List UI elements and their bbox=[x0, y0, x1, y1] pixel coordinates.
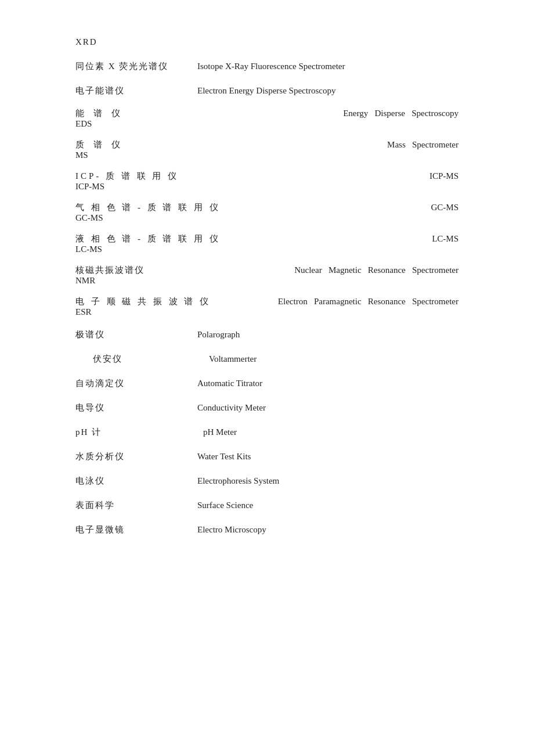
en-label: GC-MS bbox=[221, 203, 459, 213]
cn-label: 同位素 X 荧光光谱仪 bbox=[75, 59, 197, 73]
en-label: Conductivity Meter bbox=[197, 401, 459, 415]
en-label: Water Test Kits bbox=[197, 449, 459, 463]
cn-label: 气 相 色 谱 - 质 谱 联 用 仪 bbox=[75, 202, 221, 213]
cn-label: 自动滴定仪 bbox=[75, 376, 197, 390]
list-item: 电子显微镜 Electro Microscopy bbox=[75, 523, 459, 537]
list-item: 表面科学 Surface Science bbox=[75, 498, 459, 512]
list-item: 极谱仪 Polarograph bbox=[75, 327, 459, 341]
cn-label: XRD bbox=[75, 35, 197, 49]
en-label: pH Meter bbox=[197, 425, 459, 439]
list-item: 同位素 X 荧光光谱仪 Isotope X-Ray Fluorescence S… bbox=[75, 59, 459, 73]
list-item: 能 谱 仪 Energy Disperse Spectroscopy EDS bbox=[75, 108, 459, 129]
en-label: ICP-MS bbox=[197, 171, 459, 181]
cn-label: pH 计 bbox=[75, 425, 197, 439]
cn-label: 水质分析仪 bbox=[75, 449, 197, 463]
cn-label: 电导仪 bbox=[75, 401, 197, 415]
abbr-label: ESR bbox=[75, 307, 116, 317]
list-item: 气 相 色 谱 - 质 谱 联 用 仪 GC-MS GC-MS bbox=[75, 202, 459, 223]
cn-label: 表面科学 bbox=[75, 498, 197, 512]
en-label: Electro Microscopy bbox=[197, 523, 459, 537]
en-label: Surface Science bbox=[197, 498, 459, 512]
en-label: Voltammerter bbox=[197, 352, 459, 366]
content-area: XRD 同位素 X 荧光光谱仪 Isotope X-Ray Fluorescen… bbox=[75, 35, 459, 537]
en-label: Isotope X-Ray Fluorescence Spectrometer bbox=[197, 59, 459, 73]
list-item: 核磁共振波谱仪 Nuclear Magnetic Resonance Spect… bbox=[75, 265, 459, 286]
list-item: 电泳仪 Electrophoresis System bbox=[75, 474, 459, 488]
cn-label: 液 相 色 谱 - 质 谱 联 用 仪 bbox=[75, 233, 221, 244]
list-item: XRD bbox=[75, 35, 459, 49]
cn-label: ICP- 质 谱 联 用 仪 bbox=[75, 171, 197, 182]
en-label: Mass Spectrometer bbox=[197, 140, 459, 150]
list-item: 质 谱 仪 Mass Spectrometer MS bbox=[75, 139, 459, 160]
list-item: 伏安仪 Voltammerter bbox=[75, 352, 459, 366]
abbr-label: LC-MS bbox=[75, 244, 116, 254]
cn-label: 伏安仪 bbox=[75, 352, 197, 366]
list-item: 液 相 色 谱 - 质 谱 联 用 仪 LC-MS LC-MS bbox=[75, 233, 459, 254]
cn-label: 电子能谱仪 bbox=[75, 84, 197, 98]
en-label: LC-MS bbox=[221, 234, 459, 244]
en-label: Electrophoresis System bbox=[197, 474, 459, 488]
list-item: 自动滴定仪 Automatic Titrator bbox=[75, 376, 459, 390]
cn-label: 质 谱 仪 bbox=[75, 139, 197, 150]
list-item: 电导仪 Conductivity Meter bbox=[75, 401, 459, 415]
en-label: Electron Paramagnetic Resonance Spectrom… bbox=[211, 297, 459, 307]
cn-label: 能 谱 仪 bbox=[75, 108, 197, 119]
list-item: pH 计 pH Meter bbox=[75, 425, 459, 439]
cn-label: 电 子 顺 磁 共 振 波 谱 仪 bbox=[75, 296, 211, 307]
abbr-label: MS bbox=[75, 150, 116, 160]
abbr-label: EDS bbox=[75, 119, 116, 129]
en-label: Nuclear Magnetic Resonance Spectrometer bbox=[197, 265, 459, 275]
en-label: Automatic Titrator bbox=[197, 376, 459, 390]
en-label: Energy Disperse Spectroscopy bbox=[197, 109, 459, 118]
list-item: 电 子 顺 磁 共 振 波 谱 仪 Electron Paramagnetic … bbox=[75, 296, 459, 317]
list-item: 水质分析仪 Water Test Kits bbox=[75, 449, 459, 463]
abbr-label: ICP-MS bbox=[75, 182, 116, 192]
list-item: ICP- 质 谱 联 用 仪 ICP-MS ICP-MS bbox=[75, 171, 459, 192]
en-label: Polarograph bbox=[197, 327, 459, 341]
abbr-label: GC-MS bbox=[75, 213, 116, 223]
cn-label: 极谱仪 bbox=[75, 327, 197, 341]
cn-label: 核磁共振波谱仪 bbox=[75, 265, 197, 276]
abbr-label: NMR bbox=[75, 276, 116, 286]
list-item: 电子能谱仪 Electron Energy Disperse Spectrosc… bbox=[75, 84, 459, 98]
en-label: Electron Energy Disperse Spectroscopy bbox=[197, 84, 459, 98]
cn-label: 电子显微镜 bbox=[75, 523, 197, 537]
cn-label: 电泳仪 bbox=[75, 474, 197, 488]
